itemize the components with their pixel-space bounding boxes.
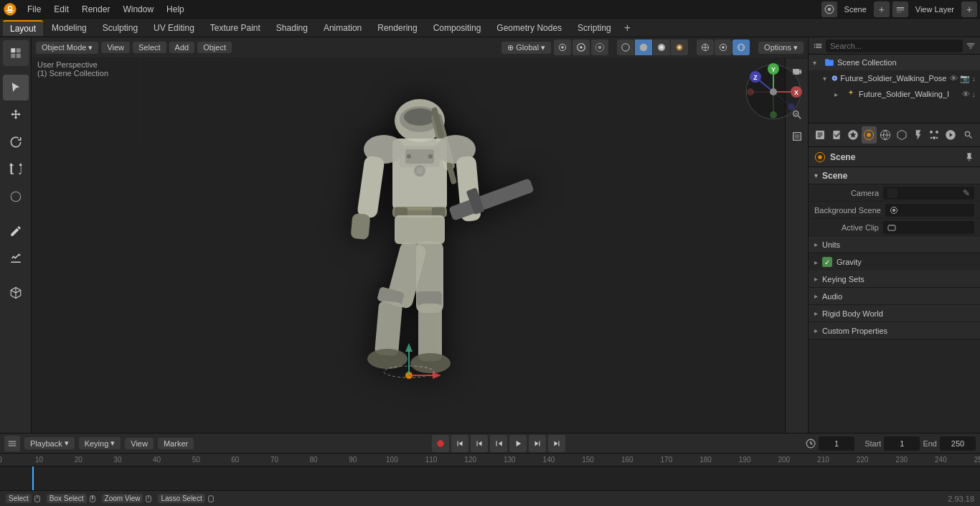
tab-scripting[interactable]: Scripting: [570, 20, 618, 36]
view-layer-props-btn[interactable]: [845, 126, 860, 144]
scale-tool-btn[interactable]: [3, 156, 29, 182]
add-menu[interactable]: Add: [169, 42, 195, 53]
gizmo-toggle-btn[interactable]: [697, 39, 714, 55]
modifier-props-btn[interactable]: [910, 126, 925, 144]
visibility-icon[interactable]: 👁: [962, 90, 970, 98]
menu-window[interactable]: Window: [117, 3, 159, 16]
svg-point-14: [11, 192, 21, 202]
search-props-btn[interactable]: [961, 126, 976, 144]
options-btn[interactable]: Options ▾: [758, 42, 804, 54]
play-reverse-btn[interactable]: [490, 435, 507, 452]
playback-btn[interactable]: Playback ▾: [24, 437, 75, 449]
tab-layout[interactable]: Layout: [3, 20, 43, 36]
world-props-btn[interactable]: [878, 126, 893, 144]
xray-toggle-btn[interactable]: [732, 39, 750, 55]
add-workspace-btn[interactable]: +: [620, 22, 635, 34]
tab-modeling[interactable]: Modeling: [44, 20, 94, 36]
audio-section[interactable]: ▸ Audio: [809, 288, 980, 305]
tab-sculpting[interactable]: Sculpting: [95, 20, 145, 36]
select-menu[interactable]: Select: [133, 42, 166, 53]
physics-props-btn[interactable]: [943, 126, 958, 144]
marker-btn[interactable]: Marker: [158, 438, 194, 449]
object-menu[interactable]: Object: [197, 42, 232, 53]
viewport-3d[interactable]: Object Mode ▾ View Select Add Object ⊕ G…: [32, 37, 808, 433]
view-menu[interactable]: View: [101, 42, 130, 53]
scene-section-header[interactable]: ▾ Scene: [809, 167, 980, 184]
outliner-scene-collection[interactable]: ▾ Scene Collection: [809, 55, 980, 70]
units-section[interactable]: ▸ Units: [809, 236, 980, 253]
item-actions: 👁 📷 ↓: [950, 74, 976, 83]
filter-icon[interactable]: [966, 41, 976, 51]
output-props-btn[interactable]: [829, 126, 844, 144]
camera-edit-btn[interactable]: ✎: [963, 188, 970, 198]
step-forward-btn[interactable]: [529, 435, 546, 452]
scene-props-btn[interactable]: [862, 126, 877, 144]
view-layer-icon[interactable]: [892, 1, 908, 17]
new-view-layer-btn[interactable]: +: [961, 1, 977, 17]
visibility-icon[interactable]: 👁: [950, 74, 958, 83]
gravity-checkbox[interactable]: ✓: [822, 257, 832, 267]
rigid-body-world-section[interactable]: ▸ Rigid Body World: [809, 305, 980, 322]
outliner-search[interactable]: [826, 39, 963, 52]
jump-end-btn[interactable]: [548, 435, 565, 452]
keying-sets-section[interactable]: ▸ Keying Sets: [809, 271, 980, 288]
new-scene-btn[interactable]: +: [874, 1, 890, 17]
current-frame-input[interactable]: 1: [819, 436, 854, 451]
render-icon[interactable]: 📷: [960, 74, 970, 83]
timeline-menu-btn[interactable]: [4, 436, 20, 451]
outliner-item-soldier[interactable]: ▾ Future_Soldier_Walking_Pose 👁 📷 ↓: [809, 70, 980, 86]
menu-render[interactable]: Render: [76, 3, 116, 16]
navigation-gizmo[interactable]: Y X Z: [745, 63, 802, 121]
custom-properties-section[interactable]: ▸ Custom Properties: [809, 322, 980, 339]
mode-dropdown[interactable]: Object Mode ▾: [36, 42, 98, 54]
outliner-item-armature[interactable]: ▸ Future_Soldier_Walking_I 👁 ↓: [809, 86, 980, 102]
view-btn[interactable]: View: [125, 438, 154, 449]
pin-icon[interactable]: [964, 152, 974, 162]
step-back-btn[interactable]: [471, 435, 488, 452]
start-frame-input[interactable]: 1: [884, 436, 920, 451]
tab-texture-paint[interactable]: Texture Paint: [203, 20, 268, 36]
menu-help[interactable]: Help: [161, 3, 190, 16]
annotate-tool-btn[interactable]: [3, 218, 29, 244]
menu-file[interactable]: File: [22, 3, 47, 16]
end-frame-input[interactable]: 250: [940, 436, 976, 451]
overlay-toggle-btn[interactable]: [715, 39, 732, 55]
select-icon[interactable]: ↓: [972, 90, 976, 98]
pivot-btn[interactable]: [554, 39, 571, 55]
proportional-btn[interactable]: [591, 39, 608, 55]
rendered-btn[interactable]: [671, 39, 688, 55]
play-forward-btn[interactable]: [509, 435, 527, 452]
cursor-tool-btn[interactable]: [3, 75, 29, 100]
mode-select-btn[interactable]: [3, 40, 29, 66]
record-btn[interactable]: [432, 435, 449, 452]
rotate-tool-btn[interactable]: [3, 129, 29, 155]
background-scene-field[interactable]: [885, 204, 974, 217]
timeline-track[interactable]: [0, 467, 980, 490]
render-region-btn[interactable]: [787, 126, 807, 146]
tab-uv-editing[interactable]: UV Editing: [146, 20, 202, 36]
move-tool-btn[interactable]: [3, 102, 29, 128]
measure-tool-btn[interactable]: [3, 245, 29, 271]
material-preview-btn[interactable]: [653, 39, 670, 55]
scene-icon-btn[interactable]: [821, 1, 837, 17]
tab-compositing[interactable]: Compositing: [426, 20, 489, 36]
camera-value-field[interactable]: ✎: [883, 187, 974, 200]
menu-edit[interactable]: Edit: [48, 3, 75, 16]
tab-geometry-nodes[interactable]: Geometry Nodes: [489, 20, 569, 36]
wireframe-btn[interactable]: [617, 39, 634, 55]
jump-start-btn[interactable]: [451, 435, 468, 452]
add-cube-btn[interactable]: [3, 280, 29, 306]
active-clip-field[interactable]: [883, 221, 974, 234]
particles-props-btn[interactable]: [927, 126, 942, 144]
keying-btn[interactable]: Keying ▾: [79, 437, 121, 449]
object-props-btn[interactable]: [895, 126, 910, 144]
solid-btn[interactable]: [635, 39, 652, 55]
transform-dropdown[interactable]: ⊕ Global ▾: [501, 42, 551, 54]
tab-rendering[interactable]: Rendering: [370, 20, 424, 36]
snap-btn[interactable]: [573, 39, 590, 55]
tab-shading[interactable]: Shading: [269, 20, 315, 36]
transform-tool-btn[interactable]: [3, 184, 29, 210]
select-icon[interactable]: ↓: [972, 74, 976, 83]
tab-animation[interactable]: Animation: [316, 20, 369, 36]
render-props-btn[interactable]: [813, 126, 828, 144]
